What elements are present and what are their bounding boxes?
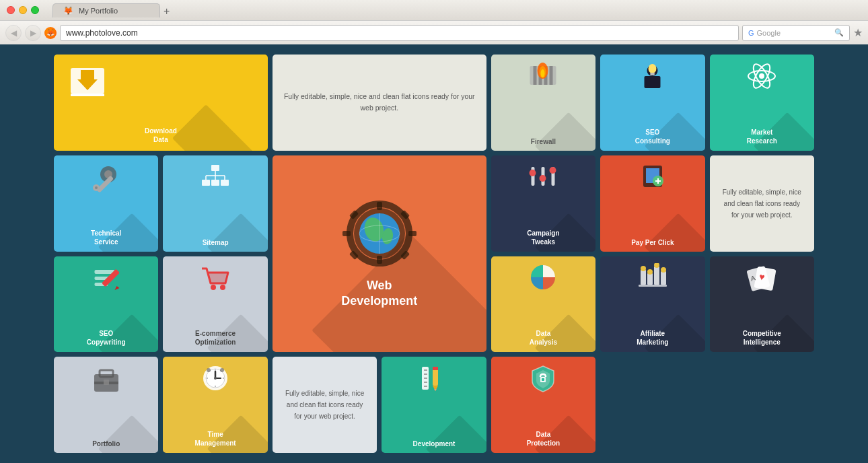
svg-rect-8 [550, 66, 553, 85]
tile-sitemap-label: Sitemap [203, 239, 229, 246]
tile-ecommerce-label: E-commerceOptimization [195, 329, 236, 347]
svg-point-92 [214, 377, 217, 380]
traffic-lights [7, 6, 39, 14]
tile-ecommerce[interactable]: E-commerceOptimization [163, 256, 267, 353]
tile-web-development[interactable]: WebDevelopment [273, 155, 486, 353]
sitemap-icon [199, 164, 231, 192]
svg-rect-5 [534, 66, 537, 85]
svg-rect-43 [377, 202, 382, 210]
svg-rect-78 [639, 285, 667, 287]
svg-rect-34 [211, 180, 219, 186]
svg-rect-13 [644, 76, 660, 88]
tile-data-analysis[interactable]: DataAnalysis [491, 256, 595, 353]
tile-download-data[interactable]: DownloadData [54, 55, 268, 151]
svg-rect-44 [377, 256, 382, 264]
new-tab-button[interactable]: + [164, 5, 170, 17]
tile-seocopy-label: SEOCopywriting [87, 329, 126, 347]
svg-rect-86 [104, 380, 109, 385]
tab-title: My Portfolio [79, 7, 118, 15]
svg-rect-33 [202, 180, 210, 186]
search-bar[interactable]: G Google 🔍 [742, 25, 850, 41]
tile-firewall-label: Firewall [531, 138, 556, 145]
tile-promo-2: Fully editable, simple, nice and clean f… [710, 155, 814, 252]
promo-text-2: Fully editable, simple, nice and clean f… [720, 186, 804, 221]
bookmark-icon[interactable]: ★ [853, 26, 863, 39]
tile-ppc-label: Pay Per Click [631, 239, 674, 246]
tile-pay-per-click[interactable]: Pay Per Click [600, 155, 704, 252]
download-icon [67, 65, 108, 102]
svg-marker-66 [114, 286, 119, 290]
svg-rect-71 [647, 273, 653, 285]
tab-bar: 🦊 My Portfolio + [52, 3, 861, 17]
clock-icon [199, 363, 231, 393]
url-bar[interactable]: www.photolove.com [60, 25, 739, 41]
svg-point-21 [759, 73, 764, 79]
firefox-logo: 🦊 [44, 27, 57, 39]
maximize-button[interactable] [31, 6, 39, 14]
tile-seo-copywriting[interactable]: SEOCopywriting [54, 256, 158, 353]
tab-favicon: 🦊 [63, 6, 73, 15]
svg-marker-107 [434, 389, 437, 391]
svg-point-56 [550, 167, 556, 174]
svg-point-75 [647, 269, 653, 275]
tile-market-research[interactable]: MarketResearch [710, 55, 814, 151]
tile-affiliate-label: AffiliateMarketing [637, 329, 668, 347]
tile-time-label: TimeManagement [195, 430, 236, 448]
tile-protection-label: DataProtection [527, 430, 560, 448]
atom-icon [746, 61, 778, 92]
tile-firewall[interactable]: Firewall [491, 55, 595, 151]
tile-campaign-tweaks[interactable]: CampaignTweaks [491, 155, 595, 252]
tile-technical-service[interactable]: TechnicalService [54, 155, 158, 252]
svg-rect-27 [211, 165, 219, 171]
tile-competitive-intelligence[interactable]: ♥ A CompetitiveIntelligence [710, 256, 814, 353]
tile-promo-3: Fully editable, simple, nice and clean f… [273, 357, 377, 453]
click-icon [637, 162, 669, 190]
tile-sitemap[interactable]: Sitemap [163, 155, 267, 252]
active-tab[interactable]: 🦊 My Portfolio [52, 3, 160, 17]
tile-seo-consulting[interactable]: SEOConsulting [600, 55, 704, 151]
tile-download-label: DownloadData [145, 127, 177, 144]
firewall-icon [528, 63, 558, 90]
svg-rect-73 [661, 271, 666, 285]
tile-technical-label: TechnicalService [91, 229, 121, 246]
svg-rect-46 [408, 231, 417, 236]
forward-button[interactable]: ▶ [25, 25, 41, 41]
main-content: DownloadData Fully editable, simple, nic… [0, 44, 868, 463]
briefcase-icon [90, 365, 122, 393]
tile-data-protection[interactable]: DataProtection [491, 357, 595, 453]
svg-rect-70 [641, 270, 646, 285]
tile-portfolio[interactable]: Portfolio [54, 357, 158, 453]
close-button[interactable] [7, 6, 15, 14]
svg-point-93 [207, 368, 211, 372]
svg-point-26 [95, 186, 98, 189]
svg-point-94 [220, 368, 224, 372]
tile-development[interactable]: Development [382, 357, 486, 453]
tile-affiliate-marketing[interactable]: AffiliateMarketing [600, 256, 704, 353]
minimize-button[interactable] [19, 6, 27, 14]
coins-icon [637, 263, 669, 291]
tile-campaign-label: CampaignTweaks [527, 229, 559, 246]
svg-point-74 [641, 266, 646, 271]
cards-icon: ♥ A [746, 264, 778, 291]
svg-rect-84 [100, 370, 113, 377]
tile-time-management[interactable]: TimeManagement [163, 357, 267, 453]
sliders-icon [528, 164, 558, 189]
tile-webdev-label: WebDevelopment [341, 278, 417, 310]
svg-rect-45 [342, 231, 351, 236]
svg-point-68 [220, 285, 225, 290]
promo-text-1: Fully editable, simple, nice and clean f… [283, 91, 476, 115]
google-icon: G [748, 29, 754, 37]
svg-rect-35 [221, 180, 229, 186]
tile-analysis-label: DataAnalysis [530, 329, 557, 347]
tile-promo-1: Fully editable, simple, nice and clean f… [273, 55, 486, 151]
svg-point-11 [541, 69, 545, 77]
tile-competitive-label: CompetitiveIntelligence [743, 329, 781, 347]
svg-rect-108 [433, 367, 438, 370]
back-button[interactable]: ◀ [5, 25, 22, 41]
svg-rect-72 [654, 266, 659, 285]
cart-icon [198, 263, 232, 293]
shield-icon [527, 363, 559, 393]
promo-text-3: Fully editable, simple, nice and clean f… [283, 388, 367, 422]
svg-point-54 [530, 170, 536, 176]
pen-icon [91, 264, 121, 291]
